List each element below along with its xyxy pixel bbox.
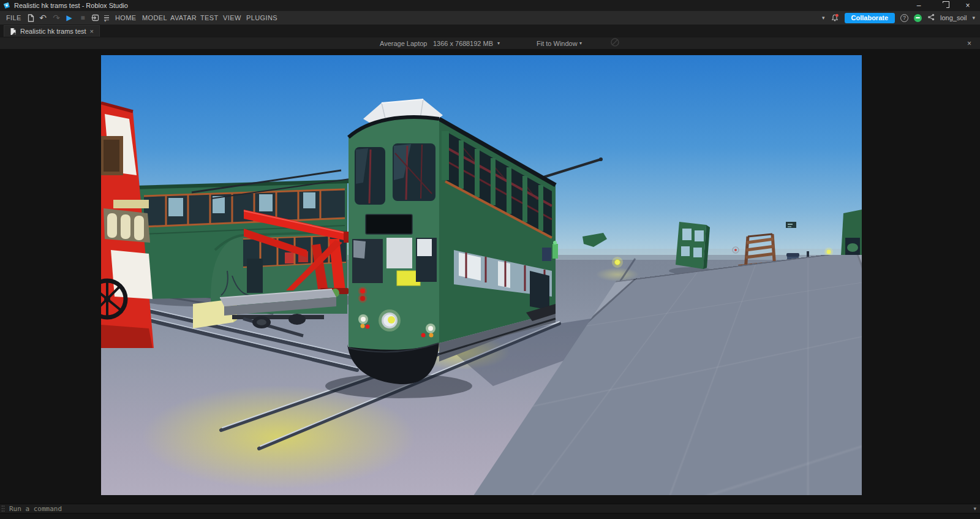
workspace	[0, 49, 980, 504]
command-input[interactable]	[6, 504, 973, 513]
collaborate-button[interactable]: Collaborate	[845, 13, 895, 23]
emulation-memory[interactable]: 8192 MB	[466, 37, 493, 50]
title-bar: Realistic hk trams test - Roblox Studio …	[0, 0, 980, 11]
minimize-button[interactable]: –	[907, 0, 931, 11]
floating-label	[786, 222, 796, 228]
wooden-chair	[734, 234, 786, 298]
tab-place-icon	[10, 28, 17, 36]
new-file-icon[interactable]	[25, 11, 36, 25]
toolbar-overflow-icon[interactable]: ▾	[102, 11, 111, 25]
emulation-resolution[interactable]: 1366 x 768	[433, 37, 466, 50]
username[interactable]: long_soil	[940, 14, 967, 21]
restore-button[interactable]	[931, 0, 956, 11]
red-tram	[101, 103, 154, 348]
restore-icon	[941, 3, 946, 9]
command-bar: ▾	[0, 504, 980, 513]
tab-place[interactable]: Realistic hk trams test ×	[4, 25, 100, 37]
share-icon[interactable]	[927, 13, 935, 22]
help-icon[interactable]: ?	[900, 14, 908, 22]
device-caret-icon[interactable]: ▾	[497, 37, 500, 50]
command-dropdown-icon[interactable]: ▾	[973, 506, 980, 512]
notifications-bell-icon[interactable]	[831, 13, 839, 22]
roblox-studio-logo-icon	[2, 2, 10, 10]
status-strip	[0, 514, 980, 519]
menu-avatar[interactable]: AVATAR	[170, 11, 197, 25]
user-caret-icon[interactable]: ▾	[972, 15, 975, 21]
emulation-close-icon[interactable]: ×	[967, 37, 971, 50]
emulator-disabled-icon	[610, 37, 620, 50]
menu-bar: FILE ↶ ↷ ▶ ■ ▾ HOME MODEL AVATAR TEST VI…	[0, 11, 980, 25]
play-icon[interactable]: ▶	[64, 11, 75, 25]
insert-icon[interactable]	[89, 11, 100, 25]
window-title: Realistic hk trams test - Roblox Studio	[14, 2, 128, 9]
presence-status-icon[interactable]	[914, 14, 922, 22]
emulation-device[interactable]: Average Laptop	[380, 37, 427, 50]
floating-green-piece	[582, 233, 607, 247]
roblox-studio-window: Realistic hk trams test - Roblox Studio …	[0, 0, 980, 519]
menu-file[interactable]: FILE	[6, 11, 21, 25]
tab-close-icon[interactable]: ×	[90, 28, 94, 35]
tab-label: Realistic hk trams test	[20, 28, 86, 35]
menu-test[interactable]: TEST	[200, 11, 219, 25]
chevron-down-icon[interactable]: ▾	[822, 15, 825, 21]
menu-plugins[interactable]: PLUGINS	[246, 11, 277, 25]
menu-home[interactable]: HOME	[115, 11, 137, 25]
green-wall-piece	[669, 222, 713, 275]
tab-bar: Realistic hk trams test × ×	[0, 25, 980, 37]
drag-grip-icon[interactable]	[1, 505, 6, 512]
close-button[interactable]: ×	[956, 0, 980, 11]
right-edge-green-piece	[840, 210, 862, 282]
stop-icon[interactable]: ■	[77, 11, 88, 25]
emulation-fit-mode[interactable]: Fit to Window	[537, 37, 578, 50]
undo-icon[interactable]: ↶	[37, 11, 48, 25]
fit-caret-icon[interactable]: ▾	[579, 37, 582, 50]
emulation-bar: Average Laptop 1366 x 768 8192 MB ▾ Fit …	[0, 37, 980, 49]
3d-viewport[interactable]	[101, 55, 862, 495]
menu-view[interactable]: VIEW	[223, 11, 241, 25]
redo-icon[interactable]: ↷	[51, 11, 62, 25]
menu-model[interactable]: MODEL	[142, 11, 167, 25]
scene-objects	[101, 55, 862, 495]
